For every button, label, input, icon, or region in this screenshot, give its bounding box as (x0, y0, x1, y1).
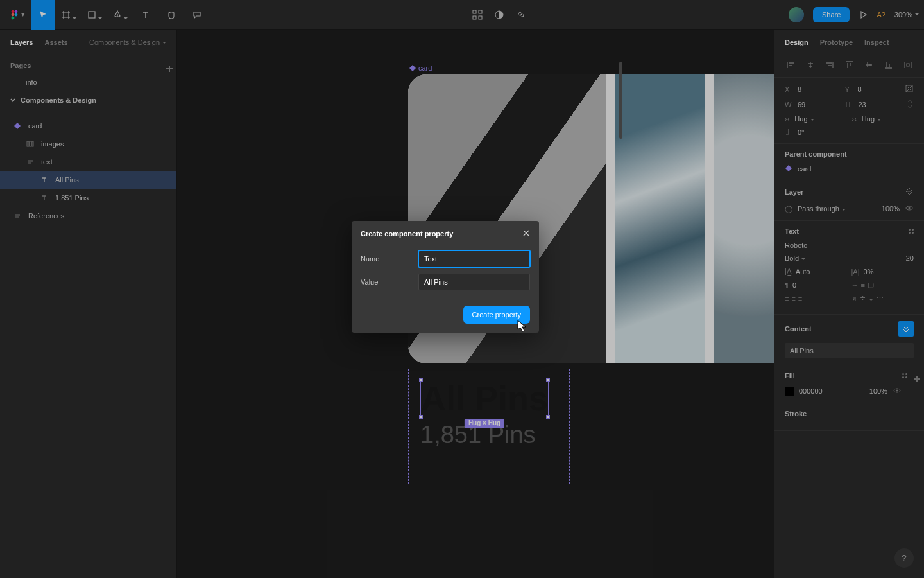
selected-text-all-pins[interactable]: All Pins Hug × Hug (420, 380, 549, 417)
apply-text-property-button[interactable] (898, 321, 914, 337)
file-dropdown[interactable]: Components & Design (89, 39, 166, 46)
page-components-design[interactable]: Components & Design (0, 91, 176, 109)
frame-tool-button[interactable] (56, 0, 81, 30)
pen-tool-button[interactable] (108, 0, 132, 30)
align-vcenter-button[interactable] (863, 59, 875, 71)
resize-handle[interactable] (546, 415, 550, 419)
x-input[interactable]: 8 (798, 85, 840, 93)
layers-tab[interactable]: Layers (10, 39, 33, 46)
resize-handle[interactable] (419, 378, 423, 382)
component-frame-label[interactable]: card (409, 64, 432, 72)
resize-h-dropdown[interactable]: Hug (862, 115, 914, 123)
parent-component-name[interactable]: card (798, 165, 811, 173)
layer-references[interactable]: References (0, 207, 176, 225)
auto-width-button[interactable]: ↔ (851, 281, 859, 289)
align-bottom-button[interactable] (883, 59, 894, 71)
fill-visibility-toggle[interactable] (893, 386, 902, 396)
text-frame-selection[interactable]: All Pins Hug × Hug 1,851 Pins (408, 369, 570, 484)
layer-all-pins[interactable]: All Pins (0, 171, 176, 189)
line-height-icon: |A̲ (785, 267, 792, 276)
align-hcenter-button[interactable] (805, 59, 816, 71)
inspect-tab[interactable]: Inspect (864, 39, 889, 46)
fill-style-button[interactable] (902, 373, 907, 378)
blend-mode-dropdown[interactable]: Pass through (798, 205, 877, 213)
fixed-size-button[interactable]: ▢ (868, 281, 874, 289)
font-family-dropdown[interactable]: Roboto (785, 241, 914, 249)
dev-mode-button[interactable]: A? (877, 11, 885, 19)
link-button[interactable] (516, 0, 526, 30)
line-height-input[interactable]: Auto (796, 268, 810, 276)
help-button[interactable]: ? (894, 548, 914, 568)
property-name-input[interactable] (418, 250, 530, 267)
h-label: H (846, 101, 853, 109)
align-top-text-button[interactable]: ⌅ (851, 294, 857, 302)
text-style-button[interactable] (909, 229, 914, 234)
content-value-input[interactable]: All Pins (785, 343, 914, 358)
remove-fill-button[interactable]: — (907, 387, 914, 395)
svg-rect-5 (89, 12, 95, 18)
layer-images[interactable]: images (0, 135, 176, 153)
font-weight-dropdown[interactable]: Bold (785, 254, 901, 262)
visibility-toggle[interactable] (905, 204, 914, 214)
y-input[interactable]: 8 (858, 85, 900, 93)
constrain-proportions-button[interactable] (906, 100, 914, 110)
align-bottom-text-button[interactable]: ⌄ (868, 294, 874, 302)
resize-handle[interactable] (419, 415, 423, 419)
text-tool-button[interactable] (133, 0, 158, 30)
canvas-scrollbar[interactable] (619, 62, 622, 139)
fill-hex-input[interactable]: 000000 (799, 387, 823, 395)
hand-tool-button[interactable] (159, 0, 184, 30)
component-actions-button[interactable] (472, 0, 483, 30)
hug-h-icon: ›‹ (852, 115, 857, 123)
h-input[interactable]: 23 (859, 101, 902, 109)
paragraph-spacing-input[interactable]: 0 (792, 281, 796, 289)
rotation-input[interactable]: 0° (798, 128, 914, 136)
layer-style-button[interactable] (905, 187, 914, 197)
assets-tab[interactable]: Assets (44, 39, 67, 46)
fill-swatch[interactable] (785, 387, 794, 396)
align-left-text-button[interactable]: ≡ (785, 295, 789, 302)
user-avatar[interactable] (789, 7, 804, 22)
align-top-button[interactable] (844, 59, 855, 71)
card-image-3 (714, 74, 774, 363)
autolayout-hug-badge: Hug × Hug (465, 419, 504, 428)
design-tab[interactable]: Design (785, 39, 809, 46)
align-right-text-button[interactable]: ≡ (798, 295, 802, 302)
mask-button[interactable] (494, 0, 504, 30)
present-button[interactable] (859, 0, 868, 30)
layer-opacity-input[interactable]: 100% (882, 205, 900, 213)
distribute-button[interactable] (902, 59, 914, 71)
font-size-input[interactable]: 20 (906, 254, 914, 262)
w-input[interactable]: 69 (798, 101, 841, 109)
align-right-button[interactable] (824, 59, 835, 71)
main-menu-button[interactable]: ▾ (5, 0, 30, 30)
align-middle-text-button[interactable]: ≑ (860, 294, 866, 302)
shape-tool-button[interactable] (82, 0, 107, 30)
prototype-tab[interactable]: Prototype (820, 39, 853, 46)
fill-opacity-input[interactable]: 100% (869, 387, 887, 395)
layer-card[interactable]: card (0, 117, 176, 135)
type-settings-button[interactable]: ⋯ (877, 294, 884, 302)
align-center-text-button[interactable]: ≡ (791, 295, 795, 302)
big-title-text: All Pins (421, 379, 548, 417)
resize-w-dropdown[interactable]: Hug (794, 115, 846, 123)
move-tool-button[interactable] (31, 0, 55, 30)
mouse-cursor-icon (517, 320, 527, 333)
svg-rect-11 (27, 141, 29, 146)
svg-rect-9 (479, 16, 482, 19)
layer-text[interactable]: text (0, 153, 176, 171)
share-button[interactable]: Share (813, 7, 850, 22)
letter-spacing-input[interactable]: 0% (864, 268, 874, 276)
auto-height-button[interactable]: ≡ (861, 281, 865, 289)
zoom-dropdown[interactable]: 309% (894, 11, 919, 19)
layer-label: All Pins (55, 176, 79, 184)
absolute-position-button[interactable] (905, 84, 914, 94)
resize-handle[interactable] (546, 378, 550, 382)
page-info[interactable]: info (0, 73, 176, 91)
align-left-button[interactable] (785, 59, 796, 71)
property-value-input[interactable] (418, 274, 530, 290)
modal-close-button[interactable] (522, 229, 530, 239)
layer-1851-pins[interactable]: 1,851 Pins (0, 189, 176, 207)
comment-tool-button[interactable] (185, 0, 209, 30)
stroke-section-label: Stroke (785, 410, 807, 417)
